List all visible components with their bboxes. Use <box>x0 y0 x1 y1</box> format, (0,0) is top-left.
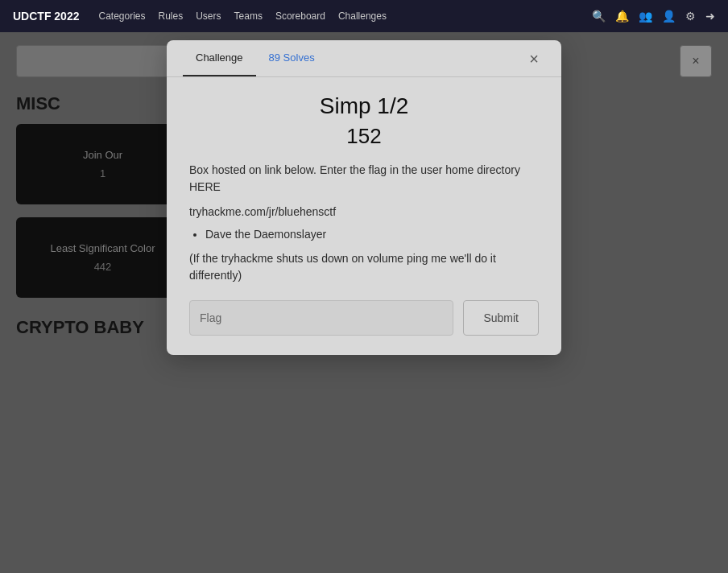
tab-challenge[interactable]: Challenge <box>183 40 256 76</box>
nav-teams[interactable]: Teams <box>234 10 263 22</box>
nav-rules[interactable]: Rules <box>159 10 184 22</box>
logout-icon[interactable]: ➜ <box>705 10 715 23</box>
nav-categories[interactable]: Categories <box>98 10 145 22</box>
modal-author-item: Dave the Daemonslayer <box>205 228 539 241</box>
modal-points: 152 <box>189 124 539 149</box>
modal-description: Box hosted on link below. Enter the flag… <box>189 162 539 196</box>
navbar-brand: UDCTF 2022 <box>13 10 79 23</box>
settings-icon[interactable]: ⚙ <box>685 10 696 23</box>
modal-body: Simp 1/2 152 Box hosted on link below. E… <box>167 77 561 355</box>
navbar: UDCTF 2022 Categories Rules Users Teams … <box>0 0 728 32</box>
submit-button[interactable]: Submit <box>463 300 539 336</box>
modal-title: Simp 1/2 <box>189 93 539 119</box>
tab-solves[interactable]: 89 Solves <box>256 40 328 76</box>
challenge-modal: Challenge 89 Solves × Simp 1/2 152 Box h… <box>167 40 561 355</box>
modal-close-button[interactable]: × <box>523 44 545 73</box>
bell-icon[interactable]: 🔔 <box>615 10 629 23</box>
modal-header: Challenge 89 Solves × <box>167 40 561 77</box>
modal-actions: Submit <box>189 300 539 336</box>
search-icon[interactable]: 🔍 <box>592 10 606 23</box>
nav-challenges[interactable]: Challenges <box>338 10 387 22</box>
modal-overlay: Challenge 89 Solves × Simp 1/2 152 Box h… <box>0 32 728 573</box>
modal-authors-list: Dave the Daemonslayer <box>205 228 539 241</box>
users-icon[interactable]: 👥 <box>639 10 652 23</box>
page-background: × MISC Join Our 1 Simp 15 Jail Least Sig… <box>0 32 728 573</box>
modal-link[interactable]: tryhackme.com/jr/bluehensctf <box>189 205 539 218</box>
flag-input[interactable] <box>189 300 453 336</box>
navbar-icons: 🔍 🔔 👥 👤 ⚙ ➜ <box>592 10 715 23</box>
user-icon[interactable]: 👤 <box>662 10 676 23</box>
nav-scoreboard[interactable]: Scoreboard <box>275 10 325 22</box>
nav-users[interactable]: Users <box>196 10 221 22</box>
modal-note: (If the tryhackme shuts us down on volum… <box>189 250 539 284</box>
